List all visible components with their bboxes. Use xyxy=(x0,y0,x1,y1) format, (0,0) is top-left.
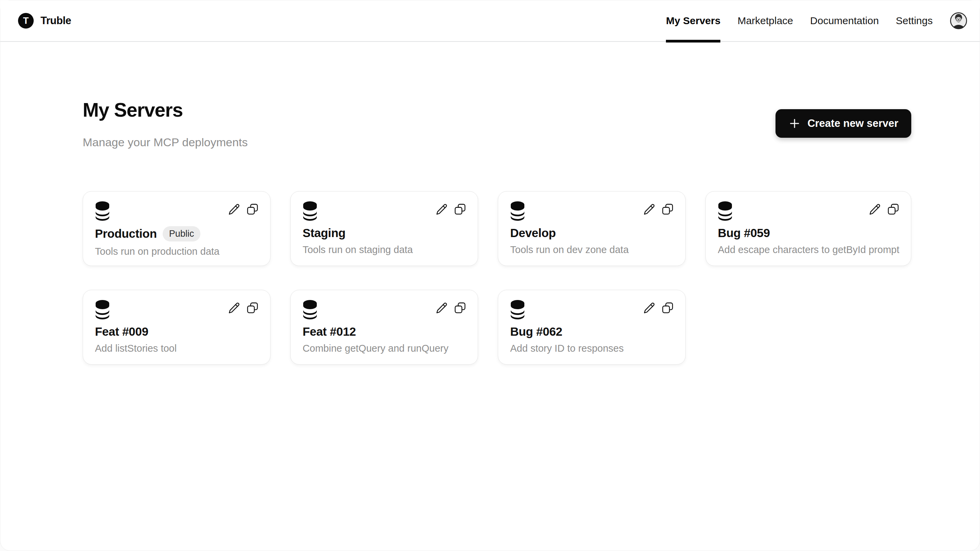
plus-icon xyxy=(788,118,801,130)
server-card[interactable]: Production Public Tools run on productio… xyxy=(83,191,270,266)
server-card[interactable]: Staging Tools run on staging data xyxy=(290,191,478,266)
server-description: Add escape characters to getById prompt xyxy=(718,244,899,256)
copy-icon xyxy=(662,203,674,215)
card-top-row xyxy=(302,300,466,319)
card-top-row xyxy=(510,300,674,319)
pencil-icon xyxy=(228,302,240,314)
page-title: My Servers xyxy=(83,99,248,121)
top-bar: T Truble My Servers Marketplace Document… xyxy=(0,0,980,42)
server-description: Add story ID to responses xyxy=(510,343,674,354)
edit-server-button[interactable] xyxy=(228,302,240,314)
card-title-row: Staging xyxy=(302,226,466,240)
nav-settings[interactable]: Settings xyxy=(896,0,933,41)
database-icon xyxy=(510,300,525,319)
server-card[interactable]: Feat #012 Combine getQuery and runQuery xyxy=(290,290,478,365)
database-icon xyxy=(95,300,110,319)
page-header: My Servers Manage your MCP deployments C… xyxy=(83,99,911,149)
server-description: Tools run on production data xyxy=(95,246,259,257)
card-title-row: Develop xyxy=(510,226,674,240)
create-button-label: Create new server xyxy=(808,118,898,130)
main-nav: My Servers Marketplace Documentation Set… xyxy=(666,0,967,41)
card-title-row: Feat #009 xyxy=(95,325,259,338)
brand-name: Truble xyxy=(40,14,71,27)
pencil-icon xyxy=(436,203,448,215)
pencil-icon xyxy=(436,302,448,314)
brand-logo-icon: T xyxy=(18,13,34,29)
brand[interactable]: T Truble xyxy=(18,13,71,29)
server-name: Develop xyxy=(510,226,556,240)
server-name: Bug #059 xyxy=(718,226,770,240)
main-content: My Servers Manage your MCP deployments C… xyxy=(0,42,980,365)
copy-icon xyxy=(887,203,899,215)
duplicate-server-button[interactable] xyxy=(662,302,674,314)
edit-server-button[interactable] xyxy=(643,302,655,314)
server-card[interactable]: Bug #059 Add escape characters to getByI… xyxy=(705,191,911,266)
card-actions xyxy=(643,203,674,215)
pencil-icon xyxy=(643,203,655,215)
duplicate-server-button[interactable] xyxy=(887,203,899,215)
card-actions xyxy=(436,302,466,314)
server-name: Bug #062 xyxy=(510,325,562,338)
card-actions xyxy=(869,203,899,215)
database-icon xyxy=(95,201,110,221)
nav-marketplace[interactable]: Marketplace xyxy=(737,0,793,41)
user-avatar[interactable] xyxy=(950,12,967,30)
edit-server-button[interactable] xyxy=(643,203,655,215)
card-actions xyxy=(643,302,674,314)
database-icon xyxy=(510,201,525,221)
page-subtitle: Manage your MCP deployments xyxy=(83,136,248,149)
server-name: Feat #012 xyxy=(302,325,356,338)
server-description: Add listStories tool xyxy=(95,343,259,354)
edit-server-button[interactable] xyxy=(228,203,240,215)
server-name: Production xyxy=(95,227,157,240)
pencil-icon xyxy=(228,203,240,215)
duplicate-server-button[interactable] xyxy=(454,302,466,314)
nav-documentation[interactable]: Documentation xyxy=(810,0,879,41)
pencil-icon xyxy=(643,302,655,314)
duplicate-server-button[interactable] xyxy=(247,203,259,215)
database-icon xyxy=(302,300,318,319)
card-actions xyxy=(228,302,259,314)
card-top-row xyxy=(95,201,259,221)
database-icon xyxy=(302,201,318,221)
copy-icon xyxy=(247,203,259,215)
server-card[interactable]: Bug #062 Add story ID to responses xyxy=(498,290,686,365)
server-description: Combine getQuery and runQuery xyxy=(302,343,466,354)
server-name: Feat #009 xyxy=(95,325,148,338)
card-top-row xyxy=(510,201,674,221)
copy-icon xyxy=(662,302,674,314)
card-top-row xyxy=(718,201,899,221)
duplicate-server-button[interactable] xyxy=(247,302,259,314)
duplicate-server-button[interactable] xyxy=(662,203,674,215)
database-icon xyxy=(718,201,733,221)
card-title-row: Feat #012 xyxy=(302,325,466,338)
app-window: T Truble My Servers Marketplace Document… xyxy=(0,0,980,551)
edit-server-button[interactable] xyxy=(869,203,881,215)
server-grid: Production Public Tools run on productio… xyxy=(83,191,911,365)
nav-my-servers[interactable]: My Servers xyxy=(666,0,721,41)
card-top-row xyxy=(302,201,466,221)
card-actions xyxy=(436,203,466,215)
card-title-row: Bug #059 xyxy=(718,226,899,240)
copy-icon xyxy=(247,302,259,314)
card-actions xyxy=(228,203,259,215)
pencil-icon xyxy=(869,203,881,215)
edit-server-button[interactable] xyxy=(436,203,448,215)
card-title-row: Bug #062 xyxy=(510,325,674,338)
page-heading-block: My Servers Manage your MCP deployments xyxy=(83,99,248,149)
server-card[interactable]: Develop Tools run on dev zone data xyxy=(498,191,686,266)
copy-icon xyxy=(454,203,466,215)
card-title-row: Production Public xyxy=(95,226,259,241)
server-visibility-badge: Public xyxy=(163,226,201,241)
create-new-server-button[interactable]: Create new server xyxy=(775,109,911,138)
card-top-row xyxy=(95,300,259,319)
duplicate-server-button[interactable] xyxy=(454,203,466,215)
user-photo-icon xyxy=(950,12,967,30)
server-description: Tools run on staging data xyxy=(302,244,466,256)
copy-icon xyxy=(454,302,466,314)
server-card[interactable]: Feat #009 Add listStories tool xyxy=(83,290,270,365)
server-name: Staging xyxy=(302,226,345,240)
server-description: Tools run on dev zone data xyxy=(510,244,674,256)
edit-server-button[interactable] xyxy=(436,302,448,314)
